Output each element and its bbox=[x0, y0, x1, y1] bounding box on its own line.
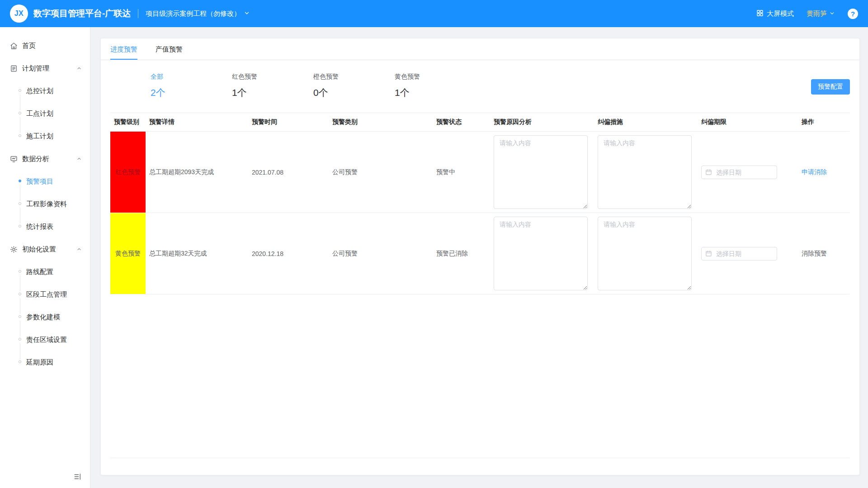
sidebar: 首页 计划管理 总控计划 工点计划 bbox=[0, 27, 90, 488]
username: 黄雨笋 bbox=[807, 9, 827, 18]
bullet-icon bbox=[19, 89, 21, 92]
bullet-icon bbox=[19, 180, 21, 182]
project-name: 项目级演示案例工程（勿修改） bbox=[146, 9, 241, 18]
app-logo: JX bbox=[10, 5, 28, 23]
footer-divider bbox=[110, 458, 850, 458]
alert-category: 公司预警 bbox=[332, 250, 358, 258]
corrective-measure-textarea[interactable] bbox=[598, 135, 692, 209]
stat-orange-alert[interactable]: 橙色预警 0个 bbox=[313, 73, 395, 99]
sidebar-group-label: 计划管理 bbox=[22, 64, 49, 73]
col-header-category: 预警类别 bbox=[329, 113, 433, 131]
big-screen-mode-button[interactable]: 大屏模式 bbox=[756, 9, 794, 18]
alert-level-badge: 黄色预警 bbox=[110, 213, 146, 294]
alert-reason-textarea[interactable] bbox=[494, 135, 588, 209]
project-selector[interactable]: 项目级演示案例工程（勿修改） bbox=[146, 9, 250, 18]
alert-time: 2020.12.18 bbox=[252, 250, 283, 257]
stats-row: 全部 2个 红色预警 1个 橙色预警 0个 黄色预警 1个 bbox=[101, 60, 859, 99]
stat-red-alert[interactable]: 红色预警 1个 bbox=[232, 73, 313, 99]
chevron-up-icon bbox=[76, 66, 82, 71]
tab-progress-alert[interactable]: 进度预警 bbox=[110, 38, 137, 60]
col-header-measure: 纠偏措施 bbox=[594, 113, 698, 131]
stat-yellow-alert[interactable]: 黄色预警 1个 bbox=[395, 73, 476, 99]
home-icon bbox=[10, 42, 18, 50]
sidebar-item-label: 路线配置 bbox=[26, 268, 53, 276]
alert-level-cell: 红色预警 bbox=[110, 132, 146, 213]
chevron-up-icon bbox=[76, 156, 82, 161]
sidebar-item-label: 工程影像资料 bbox=[26, 200, 67, 208]
apply-clear-alert-link[interactable]: 申请消除 bbox=[802, 168, 827, 176]
sidebar-item-home[interactable]: 首页 bbox=[0, 34, 90, 57]
alert-reason-textarea[interactable] bbox=[494, 217, 588, 290]
sidebar-collapse-button[interactable] bbox=[72, 471, 84, 483]
header-right: 大屏模式 黄雨笋 ? bbox=[756, 9, 858, 19]
deadline-date-input[interactable] bbox=[701, 166, 777, 179]
sidebar-item-label: 参数化建模 bbox=[26, 313, 60, 322]
bullet-icon bbox=[19, 202, 21, 205]
alert-level-cell: 黄色预警 bbox=[110, 213, 146, 294]
bullet-icon bbox=[19, 225, 21, 227]
alert-time: 2021.07.08 bbox=[252, 169, 283, 176]
alert-status: 预警已消除 bbox=[436, 250, 468, 258]
bullet-icon bbox=[19, 134, 21, 137]
sidebar-group-label: 数据分析 bbox=[22, 155, 49, 163]
user-menu[interactable]: 黄雨笋 bbox=[807, 9, 835, 18]
big-screen-mode-label: 大屏模式 bbox=[767, 9, 794, 18]
sidebar-item-route-config[interactable]: 路线配置 bbox=[0, 261, 90, 283]
sidebar-item-delay-reason[interactable]: 延期原因 bbox=[0, 351, 90, 374]
sidebar-item-label: 统计报表 bbox=[26, 223, 53, 231]
stat-all[interactable]: 全部 2个 bbox=[151, 73, 232, 99]
stat-label: 黄色预警 bbox=[395, 73, 476, 81]
deadline-date-picker bbox=[701, 247, 777, 261]
screen-grid-icon bbox=[756, 9, 764, 18]
sidebar-submenu-data-analysis: 预警项目 工程影像资料 统计报表 bbox=[0, 170, 90, 238]
bullet-icon bbox=[19, 112, 21, 114]
stat-value: 1个 bbox=[395, 86, 476, 99]
sidebar-item-parametric-modeling[interactable]: 参数化建模 bbox=[0, 306, 90, 328]
alert-config-button[interactable]: 预警配置 bbox=[811, 79, 850, 95]
sidebar-submenu-init-settings: 路线配置 区段工点管理 参数化建模 责任区域设置 延期原因 bbox=[0, 261, 90, 374]
stat-label: 橙色预警 bbox=[313, 73, 395, 81]
bullet-icon bbox=[19, 360, 21, 363]
chevron-down-icon bbox=[829, 10, 835, 18]
sidebar-item-label: 总控计划 bbox=[26, 87, 53, 95]
sidebar-item-master-plan[interactable]: 总控计划 bbox=[0, 80, 90, 102]
deadline-date-input[interactable] bbox=[701, 247, 777, 261]
sidebar-group-init-settings[interactable]: 初始化设置 bbox=[0, 238, 90, 261]
sidebar-group-plan[interactable]: 计划管理 bbox=[0, 57, 90, 80]
alert-card: 进度预警 产值预警 全部 2个 红色预警 1个 橙色预警 0个 bbox=[100, 38, 860, 475]
chevron-down-icon bbox=[244, 10, 250, 18]
sidebar-group-data-analysis[interactable]: 数据分析 bbox=[0, 147, 90, 170]
sidebar-item-statistics-report[interactable]: 统计报表 bbox=[0, 215, 90, 238]
tab-output-alert[interactable]: 产值预警 bbox=[156, 38, 183, 60]
bullet-icon bbox=[19, 338, 21, 341]
sidebar-item-label: 首页 bbox=[22, 42, 36, 50]
stat-label: 全部 bbox=[151, 73, 232, 81]
sidebar-item-construction-plan[interactable]: 施工计划 bbox=[0, 125, 90, 147]
col-header-reason: 预警原因分析 bbox=[490, 113, 594, 131]
sidebar-item-section-site-management[interactable]: 区段工点管理 bbox=[0, 283, 90, 306]
sidebar-submenu-plan: 总控计划 工点计划 施工计划 bbox=[0, 80, 90, 147]
bullet-icon bbox=[19, 270, 21, 273]
sidebar-item-project-imagery[interactable]: 工程影像资料 bbox=[0, 193, 90, 215]
clear-alert-action[interactable]: 消除预警 bbox=[802, 250, 827, 258]
table-row: 黄色预警 总工期超期32天完成 2020.12.18 公司预警 预警已消除 bbox=[110, 213, 850, 294]
table-header-row: 预警级别 预警详情 预警时间 预警类别 预警状态 预警原因分析 纠偏措施 纠偏期… bbox=[110, 113, 850, 132]
col-header-detail: 预警详情 bbox=[146, 113, 248, 131]
sidebar-item-alert-project[interactable]: 预警项目 bbox=[0, 170, 90, 193]
chevron-up-icon bbox=[76, 246, 82, 252]
help-icon[interactable]: ? bbox=[848, 9, 858, 19]
sidebar-item-responsibility-area[interactable]: 责任区域设置 bbox=[0, 328, 90, 351]
sidebar-item-label: 预警项目 bbox=[26, 177, 53, 186]
deadline-date-picker bbox=[701, 166, 777, 179]
sidebar-item-label: 责任区域设置 bbox=[26, 336, 67, 344]
tab-bar: 进度预警 产值预警 bbox=[101, 38, 859, 60]
alert-table: 预警级别 预警详情 预警时间 预警类别 预警状态 预警原因分析 纠偏措施 纠偏期… bbox=[110, 113, 850, 294]
corrective-measure-textarea[interactable] bbox=[598, 217, 692, 290]
alert-status: 预警中 bbox=[436, 168, 455, 176]
header-divider bbox=[138, 9, 138, 18]
sidebar-item-label: 工点计划 bbox=[26, 109, 53, 118]
sidebar-item-site-plan[interactable]: 工点计划 bbox=[0, 102, 90, 125]
stat-value: 1个 bbox=[232, 86, 313, 99]
app-root: JX 数字项目管理平台-广联达 项目级演示案例工程（勿修改） 大屏模式 黄雨笋 bbox=[0, 0, 868, 488]
stat-value: 0个 bbox=[313, 86, 395, 99]
